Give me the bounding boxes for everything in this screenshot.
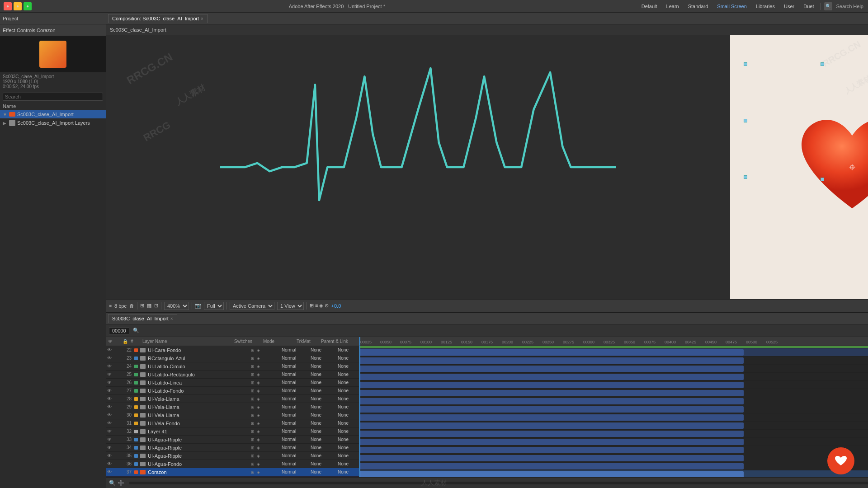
layer-eye-36[interactable]: 👁 [106,461,113,466]
tree-item-comp[interactable]: ▼ Sc003C_clase_AI_Import [0,110,106,118]
layer-trkmat-26[interactable]: None [305,380,327,385]
layer-parent-34[interactable]: None [327,445,359,450]
minimize-icon[interactable]: ● [14,2,22,10]
duet-btn[interactable]: Duet [801,3,816,10]
timeline-zoom-bar[interactable] [129,482,868,484]
layer-eye-37[interactable]: 👁 [106,469,113,474]
layer-eye-33[interactable]: 👁 [106,437,113,442]
maximize-icon[interactable]: ● [24,2,32,10]
layer-row-31[interactable]: 👁 31 UI-Vela-Fondo ⊞◈ Normal None None [106,419,359,427]
layer-mode-28[interactable]: Normal [273,396,305,401]
layer-mode-35[interactable]: Normal [273,453,305,458]
layer-trkmat-22[interactable]: None [305,347,327,352]
layer-mode-25[interactable]: Normal [273,372,305,377]
comp-tab-main[interactable]: Composition: Sc003C_clase_AI_Import × [108,14,208,23]
layer-trkmat-37[interactable]: None [305,469,327,474]
layer-parent-32[interactable]: None [327,429,359,434]
layer-parent-30[interactable]: None [327,413,359,418]
layer-trkmat-33[interactable]: None [305,437,327,442]
user-btn[interactable]: User [781,3,797,10]
search-help-btn[interactable]: Search Help [836,4,863,9]
timeline-tab-close[interactable]: × [170,316,173,321]
project-search[interactable] [0,91,106,103]
layer-row-25[interactable]: 👁 25 UI-Latido-Rectangulo ⊞◈ Normal None… [106,371,359,379]
layer-row-29[interactable]: 👁 29 UI-Vela-Llama ⊞◈ Normal None None [106,403,359,411]
layer-parent-26[interactable]: None [327,380,359,385]
layer-eye-25[interactable]: 👁 [106,372,113,377]
quality-select[interactable]: Full [204,302,224,310]
layer-eye-27[interactable]: 👁 [106,388,113,393]
layer-mode-24[interactable]: Normal [273,364,305,369]
layer-parent-36[interactable]: None [327,461,359,466]
layer-trkmat-35[interactable]: None [305,453,327,458]
layer-eye-30[interactable]: 👁 [106,413,113,418]
layer-eye-28[interactable]: 👁 [106,396,113,401]
layer-trkmat-23[interactable]: None [305,356,327,361]
layer-row-23[interactable]: 👁 23 RCctangulo-Azul ⊞◈ Normal None None [106,354,359,362]
layer-parent-28[interactable]: None [327,396,359,401]
layer-row-35[interactable]: 👁 35 UI-Agua-Ripple ⊞◈ Normal None None [106,452,359,460]
layer-trkmat-32[interactable]: None [305,429,327,434]
layer-eye-29[interactable]: 👁 [106,404,113,409]
heart-badge[interactable] [827,447,854,474]
layer-mode-29[interactable]: Normal [273,404,305,409]
layer-row-34[interactable]: 👁 34 UI-Agua-Ripple ⊞◈ Normal None None [106,444,359,452]
layer-parent-27[interactable]: None [327,388,359,393]
timecode-display[interactable]: 00000 [109,327,129,334]
layer-row-26[interactable]: 👁 26 UI-Latido-Linea ⊞◈ Normal None None [106,379,359,387]
safe-zones-icon[interactable]: ▦ [147,303,151,309]
layer-parent-22[interactable]: None [327,347,359,352]
layer-mode-27[interactable]: Normal [273,388,305,393]
default-workspace-btn[interactable]: Default [639,3,660,10]
layer-row-24[interactable]: 👁 24 UI-Latido-Circulo ⊞◈ Normal None No… [106,362,359,371]
trash-icon[interactable]: 🗑 [129,303,134,309]
layer-row-27[interactable]: 👁 27 UI-Latido-Fondo ⊞◈ Normal None None [106,387,359,395]
layer-mode-31[interactable]: Normal [273,421,305,426]
layer-parent-29[interactable]: None [327,404,359,409]
layer-eye-24[interactable]: 👁 [106,364,113,369]
layer-row-37[interactable]: 👁 37 Corazon ⊞◈ Normal None None [106,468,359,476]
layer-parent-23[interactable]: None [327,356,359,361]
standard-btn[interactable]: Standard [685,3,711,10]
layer-eye-23[interactable]: 👁 [106,356,113,361]
layer-row-32[interactable]: 👁 32 Layer 41 ⊞◈ Normal None None [106,427,359,436]
layer-row-30[interactable]: 👁 30 UI-Vela-Llama ⊞◈ Normal None None [106,411,359,419]
layer-parent-37[interactable]: None [327,469,359,474]
layer-trkmat-34[interactable]: None [305,445,327,450]
layer-eye-22[interactable]: 👁 [106,347,113,352]
layer-eye-32[interactable]: 👁 [106,429,113,434]
layer-trkmat-30[interactable]: None [305,413,327,418]
layer-trkmat-24[interactable]: None [305,364,327,369]
layer-parent-33[interactable]: None [327,437,359,442]
playhead[interactable] [359,346,360,477]
layer-trkmat-31[interactable]: None [305,421,327,426]
camera-select[interactable]: Active Camera [230,302,274,310]
layer-mode-34[interactable]: Normal [273,445,305,450]
search-input[interactable] [3,93,103,101]
layer-parent-35[interactable]: None [327,453,359,458]
layer-parent-24[interactable]: None [327,364,359,369]
tree-item-layers[interactable]: ▶ Sc003C_clase_AI_Import Layers [0,118,106,127]
toggle-icon[interactable]: ⊡ [154,303,158,309]
layer-mode-26[interactable]: Normal [273,380,305,385]
grid-icon[interactable]: ⊞ [140,303,144,309]
layer-row-28[interactable]: 👁 28 UI-Vela-Llama ⊞◈ Normal None None [106,395,359,403]
layer-trkmat-27[interactable]: None [305,388,327,393]
libraries-btn[interactable]: Libraries [753,3,778,10]
layer-mode-32[interactable]: Normal [273,429,305,434]
layer-row-33[interactable]: 👁 33 UI-Agua-Ripple ⊞◈ Normal None None [106,436,359,444]
search-icon[interactable]: 🔍 [824,2,832,10]
layer-parent-31[interactable]: None [327,421,359,426]
layer-eye-26[interactable]: 👁 [106,380,113,385]
layer-trkmat-28[interactable]: None [305,396,327,401]
layer-parent-25[interactable]: None [327,372,359,377]
zoom-select[interactable]: 400% [164,302,189,310]
layer-eye-35[interactable]: 👁 [106,453,113,458]
layer-mode-23[interactable]: Normal [273,356,305,361]
layer-eye-31[interactable]: 👁 [106,421,113,426]
layer-row-22[interactable]: 👁 22 UI-Cara-Fondo ⊞◈ Normal None None [106,346,359,354]
search-timeline-icon[interactable]: 🔍 [133,328,139,333]
timeline-tab[interactable]: Sc003C_clase_AI_Import × [108,314,177,323]
tab-close-icon[interactable]: × [201,16,203,21]
learn-btn[interactable]: Learn [664,3,682,10]
